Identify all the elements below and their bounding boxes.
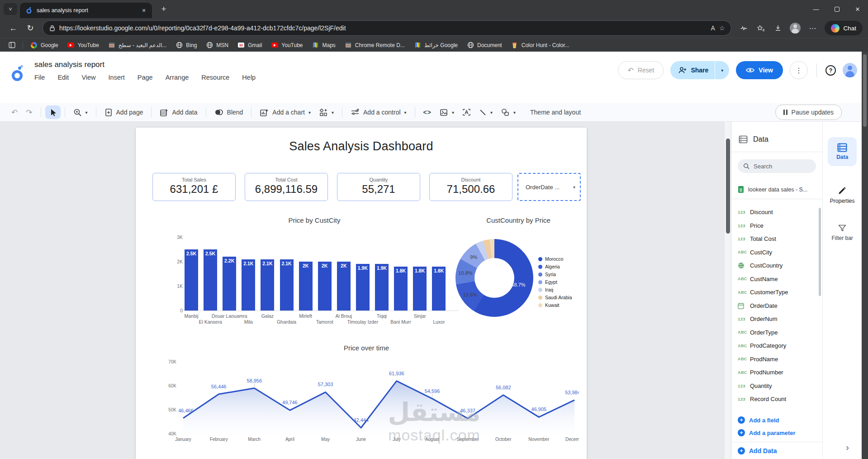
add-field-button[interactable]: + Add a field: [731, 414, 822, 426]
browser-page-scrollbar-thumb[interactable]: [863, 54, 867, 127]
scorecard-total-cost[interactable]: Total Cost6,899,116.59: [245, 173, 328, 201]
chat-button[interactable]: Chat: [825, 21, 863, 35]
insert-shape-button[interactable]: ▾: [497, 106, 520, 119]
bar[interactable]: 2.1K: [242, 259, 255, 311]
order-date-filter-control[interactable]: OrderDate ... ▾: [517, 173, 581, 201]
redo-button[interactable]: ↷: [22, 105, 36, 120]
bookmark-item[interactable]: Color Hunt - Color...: [507, 40, 574, 50]
add-control-button[interactable]: Add a control ▾: [346, 106, 411, 119]
browser-tab-active[interactable]: sales analysis report ✕: [20, 3, 152, 18]
field-row-record-count[interactable]: 123Record Count: [731, 392, 822, 406]
collapse-panel-chevron[interactable]: ›: [846, 442, 849, 453]
tab-search-button[interactable]: ˅: [4, 3, 17, 15]
scorecard-quantity[interactable]: Quantity55,271: [337, 173, 420, 201]
insert-image-button[interactable]: ▾: [436, 106, 458, 119]
favorite-star-icon[interactable]: ☆: [719, 24, 725, 32]
reset-button[interactable]: ↶ Reset: [618, 61, 664, 79]
bookmark-item[interactable]: MSN: [202, 40, 232, 50]
canvas-scrollbar-thumb[interactable]: [726, 139, 730, 234]
bar[interactable]: 1.8K: [413, 267, 427, 311]
field-row-custname[interactable]: ABCCustName: [731, 273, 822, 286]
bar[interactable]: 1.9K: [375, 264, 389, 311]
menu-file[interactable]: File: [34, 74, 45, 81]
settings-more-icon[interactable]: ⋯: [805, 20, 820, 36]
add-data-button[interactable]: Add data: [156, 106, 201, 119]
field-row-ordertype[interactable]: ABCOrderType: [731, 326, 822, 339]
bar[interactable]: 2.1K: [280, 259, 294, 311]
insert-line-button[interactable]: ▾: [475, 106, 497, 119]
rail-tab-properties[interactable]: Properties: [830, 186, 855, 204]
back-button[interactable]: ←: [5, 20, 21, 36]
downloads-icon[interactable]: [770, 20, 786, 36]
bar[interactable]: 1.8K: [432, 267, 446, 311]
menu-arrange[interactable]: Arrange: [166, 74, 189, 81]
bar-chart-price-by-custcity[interactable]: Price by CustCity 3K2K1K02.5KManbij2.5KE…: [167, 216, 461, 330]
report-page[interactable]: Sales Analysis Dashboard Total Sales631,…: [136, 128, 587, 459]
scorecard-total-sales[interactable]: Total Sales631,201 £: [152, 173, 236, 201]
select-tool-button[interactable]: [45, 105, 61, 119]
field-row-price[interactable]: 123Price: [731, 219, 822, 233]
read-aloud-icon[interactable]: A: [711, 24, 715, 32]
field-row-prodnumber[interactable]: ABCProdNumber: [731, 366, 822, 379]
bookmark-item[interactable]: Google: [26, 40, 62, 50]
undo-button[interactable]: ↶: [7, 105, 22, 120]
bookmark-item[interactable]: Document: [463, 40, 506, 50]
bookmark-item[interactable]: MGmail: [233, 40, 266, 50]
scorecard-discount[interactable]: Discount71,500.66: [429, 173, 512, 201]
new-tab-button[interactable]: +: [157, 3, 170, 15]
field-row-prodname[interactable]: ABCProdName: [731, 353, 822, 366]
line-chart-price-over-time[interactable]: Price over time 70K60K50K40K46,46656,446…: [154, 344, 579, 453]
view-button[interactable]: View: [736, 61, 783, 79]
share-button[interactable]: Share ▾: [670, 61, 729, 79]
field-row-customertype[interactable]: ABCCustomerType: [731, 286, 822, 299]
field-row-orderdate[interactable]: OrderDate: [731, 299, 822, 313]
insert-text-button[interactable]: [458, 106, 475, 119]
dashboard-title[interactable]: Sales Analysis Dashboard: [136, 139, 587, 153]
bar[interactable]: 2.5K: [204, 249, 217, 311]
blend-button[interactable]: Blend: [210, 106, 247, 119]
more-options-button[interactable]: ⋮: [790, 61, 808, 79]
theme-layout-button[interactable]: Theme and layout: [526, 106, 585, 118]
pause-updates-button[interactable]: Pause updates: [775, 105, 842, 120]
add-chart-button[interactable]: Add a chart ▾: [256, 106, 315, 119]
bar[interactable]: 2.2K: [223, 257, 236, 311]
donut-chart-custcountry-by-price[interactable]: CustCountry by Price 58.7%13.6%10.8%9% M…: [452, 216, 584, 330]
reload-button[interactable]: ↻: [23, 20, 38, 36]
bookmark-item[interactable]: خرائط Google: [410, 40, 462, 50]
bookmark-item[interactable]: Maps: [308, 40, 339, 50]
zoom-tool-button[interactable]: ▾: [69, 106, 92, 119]
field-row-ordernum[interactable]: 123OrderNum: [731, 312, 822, 326]
address-bar[interactable]: https://lookerstudio.google.com/u/0/repo…: [43, 20, 731, 36]
browser-page-scrollbar[interactable]: [862, 52, 868, 459]
bookmark-item[interactable]: Bing: [171, 40, 201, 50]
bar[interactable]: 2K: [299, 262, 313, 311]
menu-resource[interactable]: Resource: [201, 74, 229, 81]
fields-scrollbar-thumb[interactable]: [819, 208, 821, 296]
field-row-custcountry[interactable]: CustCountry: [731, 259, 822, 273]
menu-page[interactable]: Page: [138, 74, 153, 81]
menu-edit[interactable]: Edit: [57, 74, 69, 81]
window-close-button[interactable]: ✕: [847, 0, 868, 18]
embed-url-button[interactable]: <>: [419, 106, 436, 118]
field-row-prodcategory[interactable]: ABCProdCategory: [731, 339, 822, 353]
share-caret-icon[interactable]: ▾: [715, 68, 729, 73]
user-avatar[interactable]: [843, 63, 857, 77]
add-parameter-button[interactable]: + Add a parameter: [731, 426, 822, 439]
rail-tab-data[interactable]: Data: [828, 137, 857, 166]
menu-insert[interactable]: Insert: [109, 74, 125, 81]
field-row-total-cost[interactable]: 123Total Cost: [731, 232, 822, 246]
browser-essentials-icon[interactable]: [736, 20, 751, 36]
bar[interactable]: 2K: [337, 262, 351, 311]
profile-avatar[interactable]: [787, 20, 803, 36]
bar[interactable]: 1.9K: [356, 264, 370, 311]
bar[interactable]: 2K: [318, 262, 332, 311]
rail-tab-filter-bar[interactable]: Filter bar: [831, 224, 853, 241]
donut-plot[interactable]: 58.7%13.6%10.8%9%: [455, 239, 533, 317]
field-row-custcity[interactable]: ABCCustCity: [731, 246, 822, 259]
window-maximize-button[interactable]: [826, 0, 847, 18]
add-data-bottom-button[interactable]: + Add Data: [731, 442, 822, 459]
favorites-bar-icon[interactable]: [753, 20, 768, 36]
menu-view[interactable]: View: [81, 74, 95, 81]
field-row-quantity[interactable]: 123Quantity: [731, 379, 822, 393]
bookmark-item[interactable]: Chrome Remote D...: [341, 40, 409, 50]
